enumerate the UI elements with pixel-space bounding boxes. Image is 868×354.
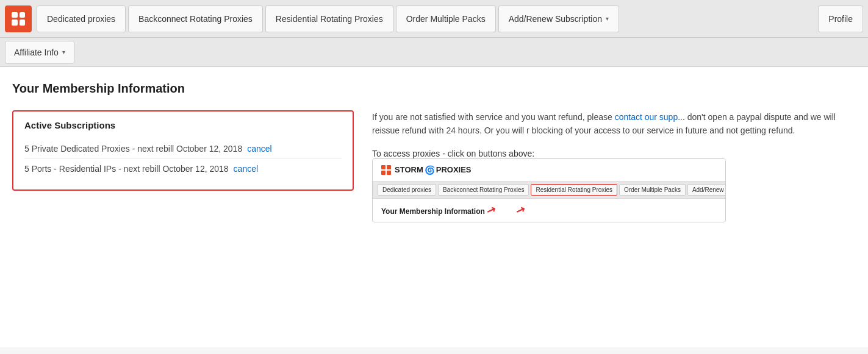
subscription-item-2: 5 Ports - Residential IPs - next rebill …: [24, 158, 342, 179]
storm-mini-btn-backconnect: Backconnect Rotating Proxies: [438, 184, 529, 196]
logo-icon: [12, 12, 25, 26]
left-column: Active Subscriptions 5 Private Dedicated…: [12, 110, 354, 191]
page-title: Your Membership Information: [12, 82, 856, 96]
storm-arrow-icon-2: ↗: [514, 202, 528, 218]
subscription-text-2: 5 Ports - Residential IPs - next rebill …: [24, 164, 229, 174]
storm-mini-btn-order: Order Multiple Packs: [619, 184, 686, 196]
main-content: Your Membership Information Active Subsc…: [0, 67, 868, 347]
content-columns: Active Subscriptions 5 Private Dedicated…: [12, 110, 856, 222]
storm-preview-header: STORM 🌀 PROXIES: [373, 159, 725, 182]
dedicated-proxies-btn[interactable]: Dedicated proxies: [37, 5, 126, 32]
storm-mini-btn-addrenew: Add/Renew Subscription ▾: [687, 184, 725, 196]
subscription-text-1: 5 Private Dedicated Proxies - next rebil…: [24, 144, 242, 154]
logo-button[interactable]: [5, 5, 32, 32]
add-renew-caret: ▾: [606, 15, 609, 22]
contact-support-link[interactable]: contact our supp: [615, 112, 678, 122]
cancel-link-2[interactable]: cancel: [234, 164, 258, 174]
storm-mini-btn-residential: Residential Rotating Proxies: [531, 184, 617, 196]
storm-brand: STORM 🌀 PROXIES: [395, 165, 472, 175]
subscriptions-box: Active Subscriptions 5 Private Dedicated…: [12, 110, 354, 191]
second-navigation: Affiliate Info ▾: [0, 38, 868, 67]
storm-fire-icon: 🌀: [425, 165, 435, 175]
subscriptions-title: Active Subscriptions: [24, 120, 342, 130]
storm-mini-logo: [381, 165, 391, 175]
cancel-link-1[interactable]: cancel: [247, 144, 271, 154]
order-multiple-btn[interactable]: Order Multiple Packs: [396, 5, 496, 32]
right-column: If you are not satisfied with service an…: [372, 110, 856, 222]
add-renew-btn[interactable]: Add/Renew Subscription ▾: [498, 5, 619, 32]
affiliate-info-btn[interactable]: Affiliate Info ▾: [5, 41, 74, 64]
storm-arrow-icon: ↗: [485, 202, 498, 218]
backconnect-btn[interactable]: Backconnect Rotating Proxies: [128, 5, 263, 32]
residential-btn[interactable]: Residential Rotating Proxies: [265, 5, 393, 32]
top-navigation: Dedicated proxies Backconnect Rotating P…: [0, 0, 868, 38]
info-text: If you are not satisfied with service an…: [372, 110, 856, 138]
affiliate-caret: ▾: [62, 49, 65, 55]
storm-mini-btn-dedicated: Dedicated proxies: [378, 184, 436, 196]
profile-btn[interactable]: Profile: [818, 5, 863, 32]
subscription-item-1: 5 Private Dedicated Proxies - next rebil…: [24, 139, 342, 158]
storm-mini-nav: Dedicated proxies Backconnect Rotating P…: [373, 182, 725, 199]
storm-preview-box: STORM 🌀 PROXIES Dedicated proxies Backco…: [372, 158, 726, 222]
access-title: To access proxies - click on buttons abo…: [372, 149, 856, 158]
storm-preview-body: Your Membership Information ↗ ↗: [373, 199, 725, 222]
